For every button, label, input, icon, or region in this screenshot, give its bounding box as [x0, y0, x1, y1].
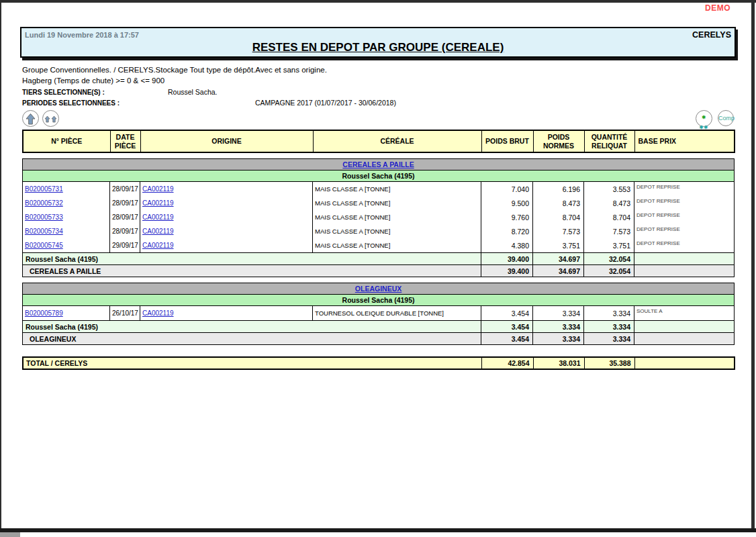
group-band: OLEAGINEUX	[23, 283, 735, 295]
grand-total-quantite-reliquat: 35.388	[584, 357, 634, 369]
piece-link[interactable]: B020005732	[25, 199, 63, 207]
piece-link[interactable]: B020005789	[25, 309, 63, 317]
poids-brut-cell: 4.380	[481, 238, 533, 253]
piece-cell: B020005731	[23, 182, 110, 197]
poids-brut-cell: 3.454	[481, 306, 533, 321]
base-prix-cell: DEPOT REPRISE	[634, 224, 735, 238]
window-border-left	[0, 0, 1, 532]
subgroup-label: Roussel Sacha (4195)	[23, 295, 735, 306]
origine-link[interactable]: CA002119	[142, 309, 174, 317]
table-row: B02000574529/09/17CA002119MAIS CLASSE A …	[23, 238, 735, 253]
base-prix-empty-cell	[634, 253, 735, 265]
group-link[interactable]: CEREALES A PAILLE	[342, 160, 414, 168]
origine-cell: CA002119	[140, 182, 313, 197]
stars-icon[interactable]: ✱✱✱	[696, 110, 712, 127]
filter-summary: Groupe Conventionnelles. / CERELYS.Stock…	[22, 66, 734, 107]
column-header: BASE PRIX	[634, 130, 735, 152]
asterisks-icon: ✱✱✱	[700, 112, 709, 130]
poids-normes-total: 3.334	[533, 321, 584, 333]
cereale-cell: MAIS CLASSE A [TONNE]	[313, 238, 481, 253]
company-name: CERELYS	[692, 30, 731, 40]
report-datetime: Lundi 19 Novembre 2018 à 17:57	[25, 31, 139, 39]
quantite-reliquat-total: 3.334	[584, 321, 634, 333]
quantite-reliquat-cell: 3.751	[584, 238, 634, 253]
go-up-icon[interactable]	[42, 110, 59, 127]
grand-total-label: TOTAL / CERELYS	[23, 357, 481, 369]
base-prix-cell: DEPOT REPRISE	[634, 196, 735, 210]
demo-watermark: DEMO	[705, 3, 730, 13]
total-label: CEREALES A PAILLE	[23, 265, 481, 277]
group-band: CEREALES A PAILLE	[23, 159, 735, 170]
window-border-top	[0, 0, 756, 3]
origine-cell: CA002119	[140, 196, 313, 210]
window-border-right	[751, 0, 755, 532]
poids-brut-total: 39.400	[481, 253, 533, 265]
double-up-arrow-icon	[44, 112, 58, 126]
base-prix-cell: DEPOT REPRISE	[634, 238, 735, 253]
report-table-header: N° PIÈCEDATE PIÈCEORIGINECÉRÉALEPOIDS BR…	[22, 130, 735, 153]
poids-normes-total: 3.334	[533, 333, 584, 345]
subgroup-label: Roussel Sacha (4195)	[23, 170, 735, 182]
piece-link[interactable]: B020005745	[25, 242, 63, 249]
cereale-cell: MAIS CLASSE A [TONNE]	[313, 182, 481, 197]
go-top-icon[interactable]	[22, 110, 39, 127]
column-header: POIDS NORMES	[533, 130, 584, 152]
subgroup-total-row: Roussel Sacha (4195)39.40034.69732.054	[23, 253, 735, 265]
poids-normes-cell: 6.196	[533, 182, 584, 197]
origine-link[interactable]: CA002119	[142, 185, 174, 193]
poids-normes-cell: 8.704	[533, 210, 584, 224]
comp-icon[interactable]: Comp	[718, 110, 734, 126]
table-row: B02000573128/09/17CA002119MAIS CLASSE A …	[23, 182, 735, 197]
grand-total-poids-normes: 38.031	[533, 357, 584, 369]
base-prix-cell: DEPOT REPRISE	[634, 182, 735, 197]
poids-brut-total: 3.454	[481, 333, 533, 345]
quantite-reliquat-total: 32.054	[584, 265, 634, 277]
resize-grip	[0, 532, 20, 537]
table-row: B02000573328/09/17CA002119MAIS CLASSE A …	[23, 210, 735, 224]
origine-link[interactable]: CA002119	[142, 213, 174, 221]
subgroup-band: Roussel Sacha (4195)	[23, 295, 735, 306]
column-header: N° PIÈCE	[23, 130, 110, 152]
date-piece-cell: 28/09/17	[110, 196, 140, 210]
group-link[interactable]: OLEAGINEUX	[355, 285, 401, 293]
date-piece-cell: 29/09/17	[110, 238, 140, 253]
comp-icon-label: Comp	[718, 111, 733, 126]
piece-link[interactable]: B020005734	[25, 228, 63, 235]
cereale-cell: MAIS CLASSE A [TONNE]	[313, 224, 481, 238]
origine-link[interactable]: CA002119	[142, 228, 174, 235]
piece-cell: B020005734	[23, 224, 110, 238]
quantite-reliquat-cell: 7.573	[584, 224, 634, 238]
poids-brut-total: 3.454	[481, 321, 533, 333]
piece-link[interactable]: B020005731	[25, 185, 63, 193]
base-prix-empty-cell	[634, 333, 735, 345]
base-prix-empty-cell	[634, 265, 735, 277]
column-header: CÉRÉALE	[313, 130, 481, 152]
grand-total-base-prix-empty	[634, 357, 735, 369]
date-piece-cell: 28/09/17	[110, 210, 140, 224]
total-label: Roussel Sacha (4195)	[23, 253, 481, 265]
table-row: B02000578926/10/17CA002119TOURNESOL OLEI…	[23, 306, 735, 321]
header-row: N° PIÈCEDATE PIÈCEORIGINECÉRÉALEPOIDS BR…	[23, 130, 735, 152]
poids-normes-total: 34.697	[533, 265, 584, 277]
origine-cell: CA002119	[140, 224, 313, 238]
piece-link[interactable]: B020005733	[25, 213, 63, 221]
quantite-reliquat-total: 3.334	[584, 333, 634, 345]
base-prix-cell: DEPOT REPRISE	[634, 210, 735, 224]
poids-normes-cell: 7.573	[533, 224, 584, 238]
quantite-reliquat-total: 32.054	[584, 253, 634, 265]
total-label: OLEAGINEUX	[23, 333, 481, 345]
piece-cell: B020005733	[23, 210, 110, 224]
origine-link[interactable]: CA002119	[142, 242, 174, 249]
base-prix-empty-cell	[634, 321, 735, 333]
group-total-row: CEREALES A PAILLE39.40034.69732.054	[23, 265, 735, 277]
cereale-cell: TOURNESOL OLEIQUE DURABLE [TONNE]	[313, 306, 481, 321]
tiers-selection-label: TIERS SELECTIONNE(S) :	[22, 89, 168, 96]
poids-brut-cell: 9.760	[481, 210, 533, 224]
periods-selection-label: PERIODES SELECTIONNEES :	[22, 99, 255, 107]
grand-total-row: TOTAL / CERELYS42.85438.03135.388	[23, 357, 735, 369]
origine-link[interactable]: CA002119	[142, 199, 174, 207]
date-piece-cell: 28/09/17	[110, 224, 140, 238]
filter-hagberg-line: Hagberg (Temps de chute) >= 0 & <= 900	[22, 77, 734, 85]
piece-cell: B020005789	[23, 306, 110, 321]
report-page: Lundi 19 Novembre 2018 à 17:57 CERELYS R…	[22, 27, 734, 370]
